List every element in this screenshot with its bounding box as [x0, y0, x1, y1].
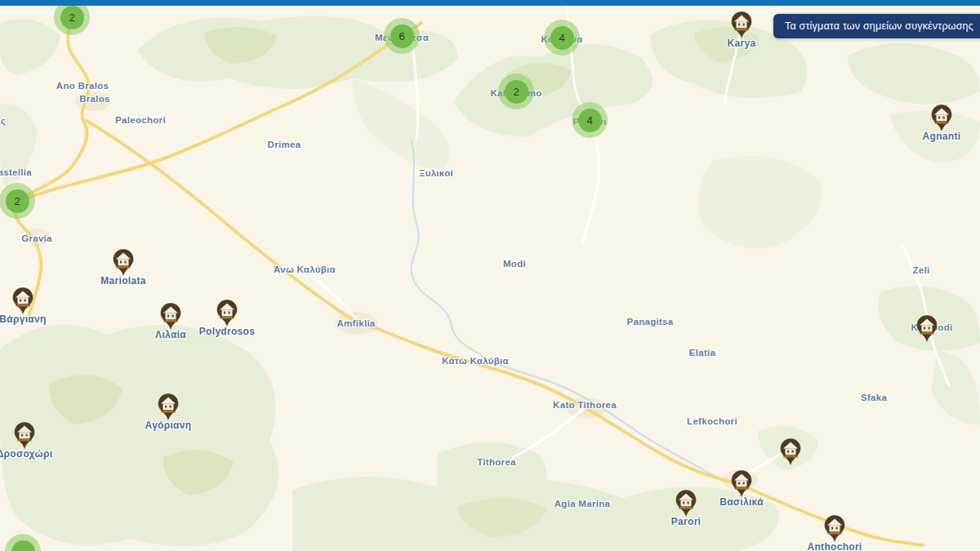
house-pin-icon — [823, 514, 846, 544]
pin-label-text: Δροσοχώρι — [0, 448, 52, 460]
location-pin-anthochori[interactable] — [823, 514, 846, 544]
house-pin-icon — [730, 469, 753, 499]
pin-label-text: Mariolata — [100, 275, 145, 287]
location-pin-βάργιανη[interactable] — [11, 287, 34, 316]
cluster-marker[interactable] — [5, 534, 41, 551]
location-pin-αγόριανη[interactable] — [157, 393, 180, 422]
map-markers-layer: Karya Agnanti Mariolata Βάργιανη — [0, 0, 980, 551]
cluster-count: 4 — [550, 26, 574, 50]
map-viewport[interactable]: Ano BralosBralosPaleochoriςKastelliaGrav… — [0, 0, 980, 551]
house-pin-icon — [915, 314, 938, 344]
pin-label-text: Anthochori — [808, 541, 862, 551]
location-pin[interactable] — [779, 438, 802, 467]
cluster-count: 2 — [60, 6, 84, 29]
pin-label-text: Polydrosos — [199, 326, 255, 337]
tooltip-text: Τα στίγματα των σημείων συγκέντρωσης — [785, 20, 973, 32]
cluster-marker[interactable]: 2 — [498, 73, 534, 109]
location-pin-βασιλικά[interactable] — [730, 469, 753, 499]
pin-label-text: Βασιλικά — [719, 496, 764, 508]
pin-label-text: Karya — [728, 38, 756, 49]
location-pin-δροσοχώρι[interactable] — [13, 421, 36, 451]
house-pin-icon — [930, 104, 953, 133]
cluster-count — [11, 540, 35, 551]
house-pin-icon — [675, 489, 697, 518]
house-pin-icon — [157, 393, 180, 422]
pin-label-text: Αγόριανη — [145, 420, 192, 431]
location-pin-kalapodi[interactable] — [915, 314, 938, 344]
cluster-marker[interactable]: 4 — [572, 102, 608, 138]
location-pin-karya[interactable] — [730, 11, 753, 40]
location-pin-mariolata[interactable] — [112, 248, 135, 278]
pin-label-text: Parori — [671, 516, 701, 527]
cluster-count: 2 — [505, 80, 528, 104]
location-pin-agnanti[interactable] — [930, 104, 953, 133]
pin-label-text: Λιλαία — [155, 329, 186, 340]
cluster-count: 6 — [390, 24, 414, 48]
house-pin-icon — [13, 421, 36, 451]
cluster-marker[interactable]: 6 — [384, 18, 420, 54]
map-tooltip: Τα στίγματα των σημείων συγκέντρωσης — [773, 14, 980, 38]
cluster-marker[interactable]: 2 — [0, 183, 35, 219]
cluster-count: 2 — [6, 189, 29, 213]
location-pin-polydrosos[interactable] — [216, 299, 238, 328]
top-bar — [0, 0, 980, 6]
cluster-count: 4 — [578, 109, 602, 132]
cluster-marker[interactable]: 4 — [544, 20, 580, 56]
house-pin-icon — [11, 287, 34, 316]
house-pin-icon — [779, 438, 802, 467]
house-pin-icon — [159, 302, 182, 331]
house-pin-icon — [216, 299, 238, 328]
house-pin-icon — [730, 11, 753, 40]
house-pin-icon — [112, 248, 135, 278]
location-pin-parori[interactable] — [675, 489, 697, 518]
pin-label-text: Agnanti — [923, 131, 961, 142]
pin-label-text: Βάργιανη — [0, 313, 47, 325]
location-pin-λιλαία[interactable] — [159, 302, 182, 331]
